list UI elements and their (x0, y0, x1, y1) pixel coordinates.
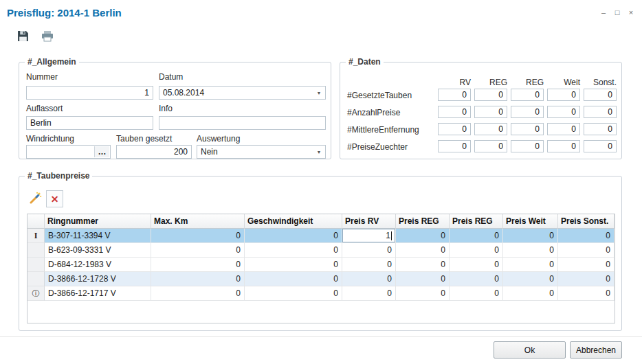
cell-ringnummer[interactable]: D-3866-12-1717 V (45, 286, 151, 301)
cell-preis-reg2[interactable]: 0 (450, 258, 503, 272)
daten-input[interactable] (511, 89, 544, 101)
cell-preis-weit[interactable]: 0 (503, 286, 558, 301)
daten-input[interactable] (547, 140, 580, 152)
daten-input[interactable] (584, 123, 617, 135)
daten-input[interactable] (547, 106, 580, 118)
ellipsis-button[interactable]: … (94, 146, 109, 157)
daten-input[interactable] (584, 140, 617, 152)
cell-preis-sonst[interactable]: 0 (558, 272, 615, 286)
windrichtung-input[interactable]: … (26, 145, 111, 159)
cell-preis-weit[interactable]: 0 (503, 272, 558, 286)
cell-preis-reg[interactable]: 0 (396, 272, 450, 286)
nummer-label: Nummer (26, 72, 58, 82)
cell-preis-rv[interactable]: 0 (342, 243, 396, 258)
wizard-button[interactable] (27, 190, 44, 207)
cell-ringnummer[interactable]: B-623-09-3331 V (45, 243, 151, 258)
cell-preis-reg2[interactable]: 0 (450, 243, 503, 258)
daten-input[interactable] (584, 106, 617, 118)
cell-ringnummer[interactable]: D-684-12-1983 V (45, 258, 151, 272)
cell-preis-reg[interactable]: 0 (396, 258, 450, 272)
daten-input[interactable] (474, 89, 507, 101)
cell-geschwindigkeit[interactable]: 0 (245, 272, 342, 286)
minimize-button[interactable]: – (598, 7, 609, 18)
cell-max-km[interactable]: 0 (151, 286, 245, 301)
cell-preis-sonst[interactable]: 0 (558, 286, 615, 301)
col-preis-sonst[interactable]: Preis Sonst. (558, 214, 615, 229)
tauben-gesetzt-label: Tauben gesetzt (116, 134, 172, 144)
col-geschwindigkeit[interactable]: Geschwindigkeit (245, 214, 342, 229)
table-row: D-3866-12-1728 V 0 0 0 0 0 0 0 (27, 272, 615, 286)
delete-row-button[interactable]: ✕ (46, 190, 63, 207)
preisezuechter-label: #PreiseZuechter (347, 142, 408, 152)
chevron-down-icon: ▼ (313, 146, 324, 157)
daten-input[interactable] (547, 89, 580, 101)
daten-input[interactable] (474, 123, 507, 135)
cell-preis-rv[interactable]: 0 (342, 272, 396, 286)
cell-preis-rv[interactable]: 0 (342, 258, 396, 272)
cell-max-km[interactable]: 0 (151, 272, 245, 286)
cell-preis-sonst[interactable]: 0 (558, 243, 615, 258)
cell-ringnummer[interactable]: D-3866-12-1728 V (45, 272, 151, 286)
cell-preis-rv-editor[interactable]: 1 (342, 229, 396, 243)
col-preis-rv[interactable]: Preis RV (342, 214, 396, 229)
cell-preis-weit[interactable]: 0 (503, 229, 558, 243)
daten-input[interactable] (511, 123, 544, 135)
cell-preis-reg[interactable]: 0 (396, 243, 450, 258)
group-daten: #_Daten RV REG REG Weit Sonst. #Gesetzte… (340, 62, 622, 159)
dialog-preisflug: Preisflug: 2014-1 Berlin – □ × (0, 0, 642, 364)
col-preis-weit[interactable]: Preis Weit (503, 214, 558, 229)
maximize-button[interactable]: □ (612, 7, 623, 18)
datum-label: Datum (159, 72, 183, 82)
auflassort-input[interactable] (26, 116, 153, 130)
ok-button[interactable]: Ok (494, 341, 566, 359)
cell-preis-reg2[interactable]: 0 (450, 286, 503, 301)
taubenpreise-grid: Ringnummer Max. Km Geschwindigkeit Preis… (27, 214, 615, 323)
daten-input[interactable] (438, 123, 471, 135)
col-ringnummer[interactable]: Ringnummer (45, 214, 151, 229)
daten-input[interactable] (474, 106, 507, 118)
cell-preis-reg[interactable]: 0 (396, 286, 450, 301)
info-input[interactable] (159, 116, 326, 130)
cell-max-km[interactable]: 0 (151, 258, 245, 272)
col-max-km[interactable]: Max. Km (151, 214, 245, 229)
delete-icon: ✕ (51, 194, 59, 204)
row-info-indicator-icon: ⓘ (32, 288, 40, 299)
cell-preis-rv[interactable]: 0 (342, 286, 396, 301)
cell-preis-reg[interactable]: 0 (396, 229, 450, 243)
tauben-gesetzt-input[interactable] (116, 145, 192, 159)
daten-input[interactable] (511, 140, 544, 152)
save-button[interactable] (14, 29, 32, 45)
daten-input[interactable] (511, 106, 544, 118)
col-preis-reg[interactable]: Preis REG (396, 214, 450, 229)
cell-max-km[interactable]: 0 (151, 243, 245, 258)
daten-input[interactable] (474, 140, 507, 152)
col-indicator (27, 214, 45, 229)
cell-preis-weit[interactable]: 0 (503, 243, 558, 258)
datum-combobox[interactable]: 05.08.2014 ▼ (159, 86, 326, 100)
cell-preis-sonst[interactable]: 0 (558, 258, 615, 272)
cell-geschwindigkeit[interactable]: 0 (245, 286, 342, 301)
print-button[interactable] (38, 29, 56, 45)
auswertung-combobox[interactable]: Nein ▼ (197, 145, 326, 159)
daten-input[interactable] (547, 123, 580, 135)
cell-geschwindigkeit[interactable]: 0 (245, 243, 342, 258)
daten-input[interactable] (438, 89, 471, 101)
cancel-button[interactable]: Abbrechen (570, 341, 622, 359)
nummer-input[interactable] (26, 86, 153, 100)
cell-preis-reg2[interactable]: 0 (450, 229, 503, 243)
daten-col-reg2: REG (511, 78, 544, 87)
row-edit-indicator-icon: I (34, 231, 38, 241)
cell-ringnummer[interactable]: B-307-11-3394 V (45, 229, 151, 243)
cell-preis-sonst[interactable]: 0 (558, 229, 615, 243)
close-button[interactable]: × (626, 7, 637, 18)
daten-input[interactable] (438, 140, 471, 152)
cell-preis-weit[interactable]: 0 (503, 258, 558, 272)
col-preis-reg2[interactable]: Preis REG (450, 214, 503, 229)
cell-max-km[interactable]: 0 (151, 229, 245, 243)
cell-preis-reg2[interactable]: 0 (450, 272, 503, 286)
cell-geschwindigkeit[interactable]: 0 (245, 258, 342, 272)
daten-col-rv: RV (438, 78, 471, 87)
cell-geschwindigkeit[interactable]: 0 (245, 229, 342, 243)
daten-input[interactable] (584, 89, 617, 101)
daten-input[interactable] (438, 106, 471, 118)
